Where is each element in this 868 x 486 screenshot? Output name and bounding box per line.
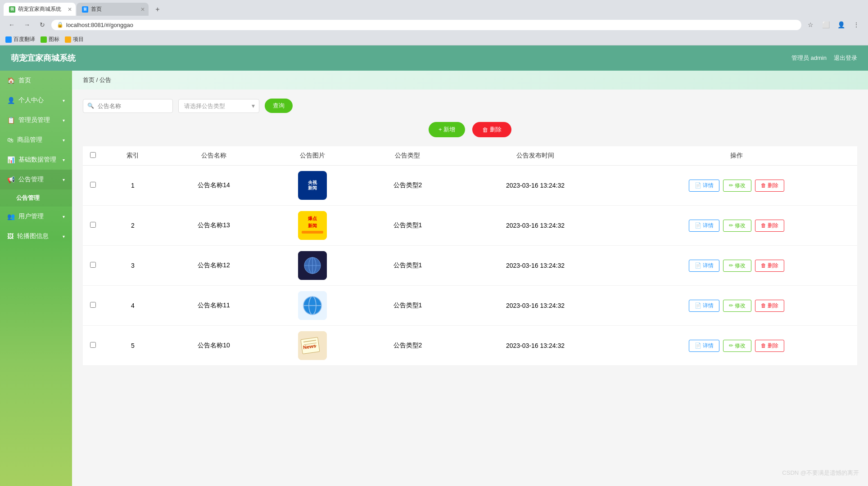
sidebar-item-goods[interactable]: 🛍 商品管理 ▾	[0, 130, 72, 150]
row-checkbox-cell	[83, 326, 103, 366]
detail-label: 详情	[703, 182, 714, 189]
sidebar-label-basedata: 基础数据管理	[18, 156, 56, 164]
row-time-1: 2023-03-16 13:24:32	[455, 166, 615, 206]
search-icon: 🔍	[87, 103, 94, 109]
edit-icon-5: ✏	[729, 342, 733, 349]
bookmark-star[interactable]: ☆	[804, 18, 817, 31]
profile-btn[interactable]: 👤	[835, 18, 847, 31]
sidebar-item-home[interactable]: 🏠 首页	[0, 71, 72, 90]
row-actions-4: 📄 详情 ✏ 修改 🗑 删除	[615, 286, 857, 326]
search-btn[interactable]: 查询	[265, 99, 293, 113]
sidebar-item-basedata[interactable]: 📊 基础数据管理 ▾	[0, 150, 72, 170]
row-img-4	[265, 286, 360, 326]
sidebar-item-carousel[interactable]: 🖼 轮播图信息 ▾	[0, 226, 72, 246]
chevron-down-icon-4: ▾	[63, 158, 65, 162]
row-checkbox-1[interactable]	[90, 182, 96, 188]
batch-delete-btn[interactable]: 🗑 删除	[472, 122, 511, 137]
trash-icon: 🗑	[482, 126, 488, 133]
back-btn[interactable]: ←	[5, 18, 18, 31]
search-name-input[interactable]	[83, 99, 173, 113]
new-tab-btn[interactable]: +	[151, 3, 164, 16]
header-user: 管理员 admin 退出登录	[791, 54, 857, 62]
delete-btn-2[interactable]: 🗑 删除	[755, 220, 784, 232]
action-btns-4: 📄 详情 ✏ 修改 🗑 删除	[623, 300, 850, 312]
action-btns-5: 📄 详情 ✏ 修改 🗑 删除	[623, 340, 850, 352]
row-img-1: 央视 新闻	[265, 166, 360, 206]
table-row: 2 公告名称13 爆点 新闻	[83, 206, 857, 246]
row-name-1: 公告名称14	[163, 166, 265, 206]
notice-image-globe-dark	[298, 251, 327, 280]
del-label-4: 删除	[768, 302, 778, 310]
delete-btn-5[interactable]: 🗑 删除	[755, 340, 784, 352]
detail-btn-3[interactable]: 📄 详情	[689, 260, 719, 272]
browser-tab-home[interactable]: 首 首页 ✕	[77, 3, 149, 16]
lock-icon: 🔒	[57, 22, 63, 28]
row-time-4: 2023-03-16 13:24:32	[455, 286, 615, 326]
col-index: 索引	[103, 146, 163, 166]
detail-label-4: 详情	[703, 302, 714, 310]
extensions-btn[interactable]: ⬜	[819, 18, 832, 31]
row-checkbox-cell	[83, 246, 103, 286]
edit-btn-5[interactable]: ✏ 修改	[723, 340, 751, 352]
col-name: 公告名称	[163, 146, 265, 166]
tab-close-btn-2[interactable]: ✕	[140, 6, 145, 13]
notice-image-hotspot: 爆点 新闻	[298, 211, 327, 240]
notice-icon: 📢	[7, 176, 15, 183]
sidebar-item-notice[interactable]: 📢 公告管理 ▾	[0, 170, 72, 189]
app-body: 🏠 首页 👤 个人中心 ▾ 📋 管理员管理 ▾ �	[0, 71, 868, 486]
sidebar-item-admin[interactable]: 📋 管理员管理 ▾	[0, 110, 72, 130]
tab-favicon: 萌	[9, 6, 15, 13]
detail-btn-1[interactable]: 📄 详情	[689, 180, 719, 192]
row-name-4: 公告名称11	[163, 286, 265, 326]
menu-btn[interactable]: ⋮	[850, 18, 863, 31]
sidebar-label-carousel: 轮播图信息	[17, 232, 49, 240]
row-index-5: 5	[103, 326, 163, 366]
logout-btn[interactable]: 退出登录	[834, 54, 857, 62]
bookmarks-bar: 百度翻译 图标 项目	[0, 34, 868, 45]
edit-btn-2[interactable]: ✏ 修改	[723, 220, 751, 232]
row-actions-3: 📄 详情 ✏ 修改 🗑 删除	[615, 246, 857, 286]
edit-icon-4: ✏	[729, 302, 733, 309]
delete-btn-4[interactable]: 🗑 删除	[755, 300, 784, 312]
sidebar-item-users[interactable]: 👥 用户管理 ▾	[0, 207, 72, 226]
sidebar-subitem-notice[interactable]: 公告管理	[0, 189, 72, 207]
tab-close-btn[interactable]: ✕	[68, 6, 72, 13]
row-checkbox-2[interactable]	[90, 222, 96, 228]
sidebar-label-home: 首页	[18, 76, 31, 85]
breadcrumb-home[interactable]: 首页	[83, 76, 95, 83]
detail-btn-4[interactable]: 📄 详情	[689, 300, 719, 312]
row-checkbox-5[interactable]	[90, 342, 96, 348]
browser-tab-active[interactable]: 萌 萌宠宜家商城系统 ✕	[4, 3, 76, 16]
search-input-wrapper: 🔍	[83, 99, 173, 113]
chevron-down-icon: ▾	[63, 98, 65, 103]
delete-btn-1[interactable]: 🗑 删除	[755, 180, 784, 192]
sidebar-item-profile[interactable]: 👤 个人中心 ▾	[0, 90, 72, 110]
add-btn[interactable]: + 新增	[429, 122, 465, 137]
detail-btn-5[interactable]: 📄 详情	[689, 340, 719, 352]
notice-image-cctv: 央视 新闻	[298, 171, 327, 200]
detail-btn-2[interactable]: 📄 详情	[689, 220, 719, 232]
edit-btn-3[interactable]: ✏ 修改	[723, 260, 751, 272]
type-select[interactable]: 请选择公告类型 公告类型1 公告类型2	[178, 99, 259, 113]
address-input[interactable]: 🔒 localhost:8081/#/gonggao	[51, 20, 801, 30]
select-all-checkbox[interactable]	[90, 152, 96, 158]
bookmark-project[interactable]: 项目	[65, 36, 84, 43]
main-content: 首页 / 公告 🔍 请选择公告类型 公告类型1 公告类型2	[72, 71, 868, 486]
row-checkbox-4[interactable]	[90, 302, 96, 308]
doc-icon-4: 📄	[695, 302, 701, 309]
chevron-down-icon-5: ▾	[63, 177, 65, 182]
reload-btn[interactable]: ↻	[36, 18, 49, 31]
bookmark-translate[interactable]: 百度翻译	[5, 36, 35, 43]
edit-btn-4[interactable]: ✏ 修改	[723, 300, 751, 312]
home-icon: 🏠	[7, 77, 15, 84]
edit-icon-2: ✏	[729, 222, 733, 229]
row-type-3: 公告类型1	[360, 246, 455, 286]
delete-btn-3[interactable]: 🗑 删除	[755, 260, 784, 272]
bookmark-icons[interactable]: 图标	[41, 36, 59, 43]
doc-icon-5: 📄	[695, 342, 701, 349]
edit-btn-1[interactable]: ✏ 修改	[723, 180, 751, 192]
row-checkbox-3[interactable]	[90, 262, 96, 268]
detail-label-2: 详情	[703, 222, 714, 230]
forward-btn[interactable]: →	[21, 18, 33, 31]
action-btns-2: 📄 详情 ✏ 修改 🗑 删除	[623, 220, 850, 232]
